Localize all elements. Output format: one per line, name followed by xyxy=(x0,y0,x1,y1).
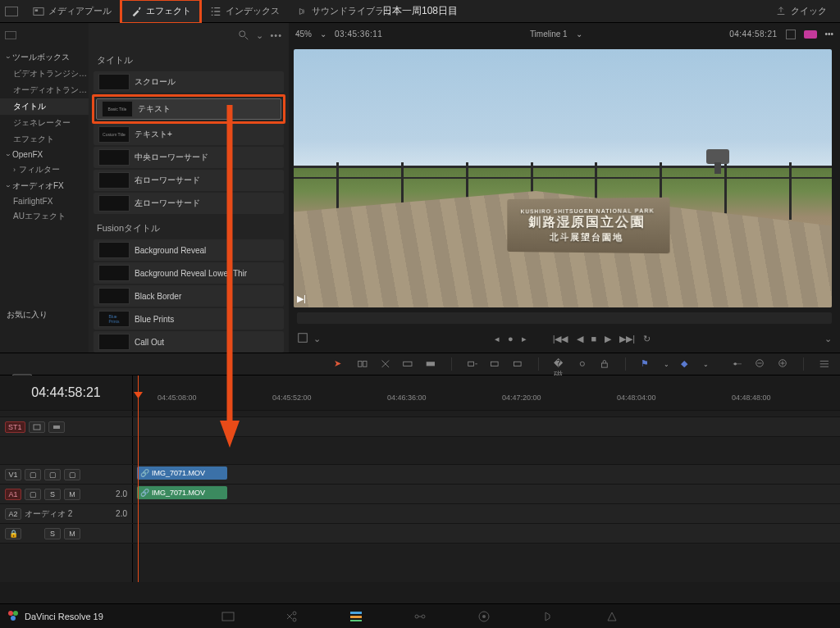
track-tag[interactable]: V1 xyxy=(5,469,21,480)
chevron-down-icon[interactable]: ⌄ xyxy=(320,30,326,39)
ripple-icon[interactable] xyxy=(489,358,500,370)
effect-blackborder[interactable]: Black Border xyxy=(94,285,284,307)
subtitle-icon[interactable] xyxy=(48,421,65,433)
effect-text[interactable]: Basic Titleテキスト xyxy=(96,98,281,120)
chevron-down-icon[interactable]: ⌄ xyxy=(824,334,832,344)
effect-bgrev[interactable]: Background Reveal xyxy=(94,239,284,261)
marker-icon[interactable]: ◆ xyxy=(681,358,692,370)
media-page-icon[interactable] xyxy=(221,609,235,624)
chevron-down-icon[interactable]: ⌄ xyxy=(313,334,321,344)
mark-in-icon[interactable]: ◂ xyxy=(495,334,500,344)
tab-effects[interactable]: エフェクト xyxy=(122,1,199,22)
sidebar-aueffect[interactable]: AUエフェクト xyxy=(0,208,89,225)
deliver-page-icon[interactable] xyxy=(605,609,619,624)
tab-quick[interactable]: クイック xyxy=(767,1,835,22)
prev-icon[interactable]: ◀ xyxy=(577,334,583,344)
lock-icon[interactable]: 🔒 xyxy=(5,528,21,539)
blade-tool-icon[interactable] xyxy=(380,358,391,370)
mute-button[interactable]: M xyxy=(64,528,80,539)
effect-left-lower[interactable]: 左ローワーサード xyxy=(94,193,284,214)
replace-icon[interactable] xyxy=(512,358,523,370)
chevron-down-icon[interactable]: ⌄ xyxy=(703,361,709,368)
crop-icon[interactable] xyxy=(297,332,308,345)
link-icon[interactable] xyxy=(577,358,588,370)
effect-right-lower[interactable]: 右ローワーサード xyxy=(94,170,284,191)
solo-button[interactable]: S xyxy=(44,489,61,500)
track-subtitle[interactable]: ST1 xyxy=(0,416,840,436)
overwrite-icon[interactable] xyxy=(425,358,436,370)
tab-index[interactable]: インデックス xyxy=(202,1,288,22)
track-tag[interactable]: ST1 xyxy=(5,421,25,433)
play-icon[interactable]: ▶ xyxy=(605,334,611,344)
track-video-1[interactable]: V1 ▢ ▢ ▢ 🔗IMG_7071.MOV xyxy=(0,464,840,484)
solo-button[interactable]: S xyxy=(44,528,61,539)
clip-audio[interactable]: 🔗IMG_7071.MOV xyxy=(137,486,227,499)
effect-blueprints[interactable]: BluePrintsBlue Prints xyxy=(94,308,284,330)
jump-end-icon[interactable]: ▶▶| xyxy=(619,334,635,344)
options-icon[interactable] xyxy=(819,358,830,370)
video-preview[interactable]: KUSHIRO SHITSUGEN NATIONAL PARK 釧路湿原国立公園… xyxy=(294,49,832,307)
track-audio-2[interactable]: A2 オーディオ 2 2.0 xyxy=(0,503,840,523)
track-enable-icon[interactable] xyxy=(29,421,45,433)
stop-icon[interactable]: ■ xyxy=(591,334,597,344)
zoom-out-icon[interactable] xyxy=(755,358,766,370)
track-tag[interactable]: A2 xyxy=(5,508,21,520)
effect-callout[interactable]: Call Out xyxy=(94,331,284,353)
master-timecode[interactable]: 04:44:58:21 xyxy=(0,375,133,410)
color-page-icon[interactable] xyxy=(477,609,491,624)
panel-collapse-icon[interactable] xyxy=(5,31,16,39)
loop-icon[interactable]: ↻ xyxy=(643,334,651,344)
color-tag[interactable] xyxy=(804,30,817,39)
arrow-tool-icon[interactable]: ➤ xyxy=(334,358,345,370)
cut-page-icon[interactable] xyxy=(285,609,299,624)
track-view-icon[interactable]: ▢ xyxy=(64,469,80,480)
mark-dot-icon[interactable]: ● xyxy=(508,334,514,344)
next-frame-icon[interactable]: ▶| xyxy=(297,294,306,304)
trim-tool-icon[interactable] xyxy=(357,358,368,370)
effect-center-lower[interactable]: 中央ローワーサード xyxy=(94,147,284,168)
tab-mediapool[interactable]: メディアプール xyxy=(25,1,120,22)
zoom-level[interactable]: 45% xyxy=(295,30,312,39)
track-audio-1[interactable]: A1 ▢ S M 2.0 🔗IMG_7071.MOV xyxy=(0,484,840,503)
timeline-name[interactable]: Timeline 1 xyxy=(530,30,568,39)
track-lock-icon[interactable]: ▢ xyxy=(44,469,61,480)
sidebar-filter[interactable]: フィルター xyxy=(0,162,89,178)
mute-button[interactable]: M xyxy=(64,489,80,500)
lock-icon[interactable] xyxy=(599,358,610,370)
mark-out-icon[interactable]: ▸ xyxy=(522,334,527,344)
track-enable-icon[interactable]: ▢ xyxy=(25,469,41,480)
effect-bgrevlt[interactable]: Background Reveal Lower Thir xyxy=(94,262,284,284)
timeline-ruler[interactable]: 04:45:08:00 04:45:52:00 04:46:36:00 04:4… xyxy=(133,375,840,410)
track-audio-2b[interactable]: 🔒 S M xyxy=(0,523,840,543)
sidebar-generators[interactable]: ジェネレーター xyxy=(0,115,89,131)
track-tag[interactable]: A1 xyxy=(5,489,21,500)
search-icon[interactable] xyxy=(238,30,249,41)
sidebar-fairlight[interactable]: FairlightFX xyxy=(0,194,89,208)
zoom-slider-icon[interactable] xyxy=(732,358,743,370)
fairlight-page-icon[interactable] xyxy=(541,609,555,624)
more-icon[interactable]: ••• xyxy=(825,30,834,39)
viewer-scrubber[interactable] xyxy=(297,312,832,324)
sidebar-videotrans[interactable]: ビデオトランジシ… xyxy=(0,66,89,82)
sidebar-toolbox[interactable]: ツールボックス xyxy=(0,49,89,66)
sidebar-effects[interactable]: エフェクト xyxy=(0,131,89,148)
effect-scroll[interactable]: スクロール xyxy=(94,71,284,93)
sidebar-favorites[interactable]: お気に入り xyxy=(0,307,89,323)
insert-icon[interactable] xyxy=(402,358,413,370)
more-icon[interactable]: ••• xyxy=(270,30,282,40)
chevron-down-icon[interactable]: ⌄ xyxy=(256,30,263,41)
edit-page-icon[interactable] xyxy=(349,609,363,624)
flag-icon[interactable]: ⚑ xyxy=(641,358,652,370)
bypass-icon[interactable] xyxy=(786,30,796,39)
effect-textplus[interactable]: Custom Titleテキスト+ xyxy=(94,124,284,145)
append-icon[interactable] xyxy=(467,358,478,370)
jump-start-icon[interactable]: |◀◀ xyxy=(553,334,568,344)
snap-icon[interactable]: �磁 xyxy=(554,358,565,370)
sidebar-audiotrans[interactable]: オーディオトラン… xyxy=(0,82,89,98)
chevron-down-icon[interactable]: ⌄ xyxy=(576,30,582,39)
sidebar-audiofx[interactable]: オーディオFX xyxy=(0,178,89,194)
clip-video[interactable]: 🔗IMG_7071.MOV xyxy=(137,466,227,480)
chevron-down-icon[interactable]: ⌄ xyxy=(664,361,669,368)
panel-toggle-icon[interactable] xyxy=(5,7,18,16)
fusion-page-icon[interactable] xyxy=(413,609,427,624)
